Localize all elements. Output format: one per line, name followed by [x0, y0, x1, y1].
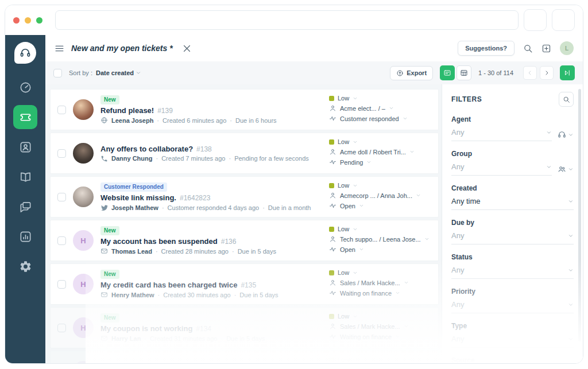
filter-search-button[interactable]: [559, 92, 574, 107]
filter-select[interactable]: Any time: [451, 197, 574, 210]
status-dropdown[interactable]: Waiting on finance: [329, 333, 431, 340]
priority-dropdown[interactable]: Low: [329, 138, 431, 145]
address-bar[interactable]: [55, 10, 519, 30]
ticket-checkbox[interactable]: [57, 193, 66, 201]
chevron-down-icon: [568, 199, 574, 204]
priority-dropdown[interactable]: Low: [329, 182, 431, 189]
assignee-dropdown[interactable]: Sales / Mark Hacke...: [329, 323, 431, 330]
contact-avatar: [73, 143, 94, 164]
priority-dropdown[interactable]: Low: [329, 356, 431, 363]
filter-select[interactable]: Any: [451, 266, 574, 279]
search-icon[interactable]: [523, 44, 533, 53]
filter-side-control[interactable]: [558, 165, 574, 173]
priority-dropdown[interactable]: Low: [329, 313, 431, 320]
filter-field-agent: AgentAny: [451, 115, 574, 141]
chevron-down-icon: [359, 247, 364, 252]
assignee-dropdown[interactable]: Acme elect... / –: [329, 104, 431, 112]
ticket-contact[interactable]: Henry Mathew: [111, 292, 154, 298]
priority-dropdown[interactable]: Low: [329, 95, 431, 102]
ticket-subject[interactable]: Website link missing.: [100, 193, 176, 202]
list-toolbar: Sort by : Date created Export 1 - 30 of …: [45, 61, 583, 84]
select-all-checkbox[interactable]: [53, 69, 62, 77]
ticket-row[interactable]: HNewMy coupon is not working#134Harry La…: [50, 307, 439, 348]
filter-select[interactable]: Any: [451, 231, 574, 244]
filter-select[interactable]: Any: [451, 300, 574, 313]
ticket-subject[interactable]: Refund please!: [100, 106, 154, 115]
close-window-button[interactable]: [13, 17, 20, 24]
sort-dropdown[interactable]: Date created: [96, 69, 141, 76]
activity-icon: [329, 158, 336, 166]
assignee-dropdown[interactable]: Acme doll / Robert Tri...: [329, 148, 431, 156]
ticket-subject[interactable]: My account has been suspended: [100, 237, 218, 246]
chevron-down-icon: [353, 183, 358, 188]
status-dropdown[interactable]: Open: [329, 202, 431, 209]
sidebar-item-dashboard[interactable]: [13, 75, 37, 99]
email-icon: [100, 291, 108, 298]
browser-action-button-2[interactable]: [552, 9, 575, 31]
sidebar-item-solutions[interactable]: [13, 165, 37, 189]
chevron-down-icon: [395, 290, 400, 296]
ticket-contact[interactable]: Danny Chung: [111, 155, 153, 162]
ticket-checkbox[interactable]: [57, 106, 66, 114]
status-dropdown[interactable]: Waiting on finance: [329, 289, 431, 297]
ticket-checkbox[interactable]: [57, 149, 66, 158]
pagination-info: 1 - 30 of 114: [478, 69, 513, 76]
ticket-row[interactable]: HNewMy account has been suspended#136Tho…: [50, 220, 439, 261]
filter-side-control[interactable]: [558, 130, 574, 139]
next-page-button[interactable]: [540, 66, 554, 80]
filters-scrollbar[interactable]: [578, 89, 581, 341]
ticket-subject[interactable]: My coupon is not working: [100, 324, 192, 333]
ticket-views-menu-icon[interactable]: [55, 44, 64, 53]
ticket-row[interactable]: Any offers to collaborate?#138Danny Chun…: [50, 133, 439, 174]
ticket-checkbox[interactable]: [57, 280, 66, 289]
table-view-toggle[interactable]: [457, 65, 471, 80]
ticket-contact[interactable]: Thomas Lead: [111, 248, 152, 255]
filter-select[interactable]: Any: [451, 335, 574, 348]
ticket-row[interactable]: HNewMy credit card has been charged twic…: [50, 263, 439, 305]
ticket-contact[interactable]: Leena Joseph: [111, 117, 153, 124]
status-dropdown[interactable]: Customer responded: [329, 115, 431, 122]
sidebar-item-analytics[interactable]: [13, 224, 37, 248]
ticket-row[interactable]: NewRefund please!#139Leena JosephCreated…: [50, 89, 439, 130]
card-view-toggle[interactable]: [440, 65, 455, 80]
sidebar-item-contacts[interactable]: [13, 135, 37, 159]
assignee-dropdown[interactable]: Tech suppo... / Leena Jose...: [329, 235, 431, 243]
ticket-contact[interactable]: Harry Lan: [111, 335, 141, 342]
filter-select[interactable]: Any: [451, 128, 552, 141]
export-button[interactable]: Export: [390, 66, 433, 80]
sidebar-item-settings[interactable]: [13, 254, 37, 278]
ticket-status-badge: New: [100, 226, 119, 235]
browser-action-button-1[interactable]: [524, 9, 547, 31]
ticket-contact[interactable]: Joseph Mathew: [111, 204, 158, 211]
minimize-window-button[interactable]: [25, 17, 31, 24]
settings-icon: [19, 260, 32, 273]
filter-select[interactable]: Any: [451, 162, 552, 176]
assignee-dropdown[interactable]: Sales / Mark Hacke...: [329, 279, 431, 286]
ticket-subject[interactable]: My credit card has been charged twice: [100, 281, 237, 289]
ticket-checkbox[interactable]: [57, 236, 66, 245]
assignee-dropdown[interactable]: Acmecorp ... / Anna Joh...: [329, 192, 431, 199]
status-dropdown[interactable]: Open: [329, 246, 431, 253]
status-dropdown[interactable]: Pending: [329, 158, 431, 166]
ticket-created: Created 30 minutes ago: [163, 292, 230, 298]
freshdesk-logo-icon[interactable]: [14, 42, 36, 64]
user-avatar[interactable]: L: [560, 41, 574, 55]
ticket-id: #138: [196, 145, 212, 153]
ticket-subject[interactable]: Any offers to collaborate?: [100, 145, 193, 153]
ticket-row[interactable]: Customer RespondedWebsite link missing.#…: [50, 176, 439, 217]
headset-icon: [558, 130, 566, 139]
ticket-checkbox[interactable]: [57, 324, 66, 332]
sidebar-item-tickets[interactable]: [13, 105, 37, 129]
collapse-filters-button[interactable]: [560, 65, 575, 80]
activity-icon: [329, 246, 336, 253]
priority-dropdown[interactable]: Low: [329, 226, 431, 232]
sidebar-item-forums[interactable]: [13, 195, 37, 219]
person-icon: [329, 279, 336, 286]
maximize-window-button[interactable]: [36, 17, 42, 24]
priority-dropdown[interactable]: Low: [329, 269, 431, 276]
close-view-icon[interactable]: [182, 44, 192, 53]
suggestions-button[interactable]: Suggestions?: [458, 41, 514, 56]
new-ticket-icon[interactable]: [541, 44, 551, 53]
ticket-row[interactable]: NewLow: [50, 351, 439, 364]
prev-page-button[interactable]: [523, 66, 537, 80]
